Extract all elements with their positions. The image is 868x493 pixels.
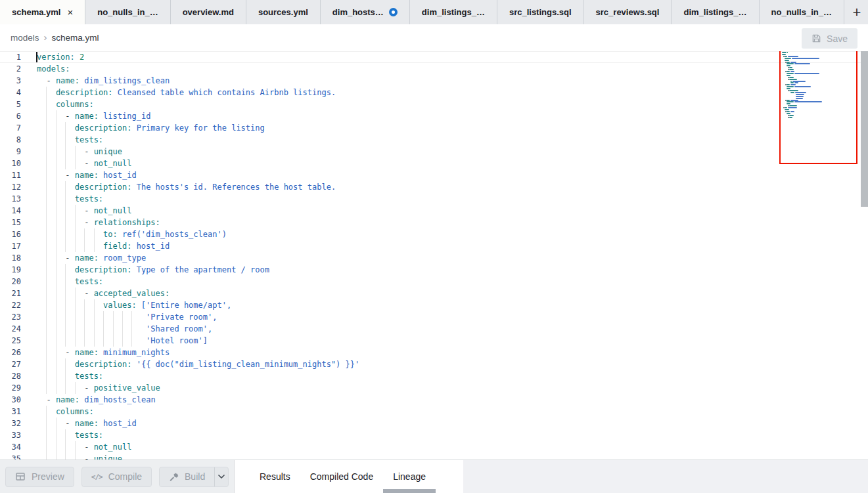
code-line[interactable]: 23'Private room',	[0, 311, 868, 323]
code-line-text: description: Type of the apartment / roo…	[37, 264, 269, 276]
code-line[interactable]: 31columns:	[0, 406, 868, 418]
code-line[interactable]: 35- unique	[0, 453, 868, 460]
code-line-text: - positive_value	[37, 382, 160, 394]
editor-tab[interactable]: schema.yml×	[0, 0, 85, 24]
code-line[interactable]: 7description: Primary key for the listin…	[0, 122, 868, 134]
code-line[interactable]: 21- accepted_values:	[0, 288, 868, 299]
code-line[interactable]: 6- name: listing_id	[0, 110, 868, 122]
code-line[interactable]: 18- name: room_type	[0, 252, 868, 264]
line-number: 7	[0, 122, 21, 134]
editor-scrollbar[interactable]	[861, 51, 868, 207]
line-number: 10	[0, 158, 21, 169]
code-line[interactable]: 5columns:	[0, 98, 868, 110]
editor-tab-label: dim_listings_…	[422, 7, 485, 17]
code-editor[interactable]: 1version: 22models:3- name: dim_listings…	[0, 51, 868, 460]
chevron-down-icon	[217, 472, 226, 481]
compile-button[interactable]: </> Compile	[81, 467, 152, 487]
editor-tab[interactable]: no_nulls_in_…	[85, 0, 170, 24]
build-button[interactable]: Build	[160, 467, 214, 486]
code-line[interactable]: 22values: ['Entire home/apt',	[0, 299, 868, 311]
code-line[interactable]: 1version: 2	[0, 51, 868, 63]
file-header-bar: models › schema.yml Save	[0, 24, 868, 51]
code-line[interactable]: 32- name: host_id	[0, 418, 868, 429]
code-line-text: tests:	[37, 134, 103, 146]
save-button[interactable]: Save	[802, 28, 857, 49]
panel-tab-results[interactable]: Results	[260, 460, 290, 493]
code-line[interactable]: 3- name: dim_listings_clean	[0, 75, 868, 87]
line-number: 16	[0, 228, 21, 240]
code-line[interactable]: 28tests:	[0, 370, 868, 382]
line-number: 15	[0, 217, 21, 228]
code-line[interactable]: 26- name: minimum_nights	[0, 347, 868, 358]
code-line-text: - not_null	[37, 158, 131, 169]
panel-tab-lineage[interactable]: Lineage	[393, 460, 426, 493]
code-line[interactable]: 34- not_null	[0, 441, 868, 453]
breadcrumb-folder[interactable]: models	[11, 33, 39, 43]
code-lines[interactable]: 1version: 22models:3- name: dim_listings…	[0, 51, 868, 460]
line-number: 9	[0, 146, 21, 158]
code-line[interactable]: 16to: ref('dim_hosts_clean')	[0, 228, 868, 240]
code-line[interactable]: 8tests:	[0, 134, 868, 146]
code-line[interactable]: 9- unique	[0, 146, 868, 158]
line-number: 14	[0, 205, 21, 217]
line-number: 24	[0, 323, 21, 335]
editor-tab[interactable]: src_listings.sql	[497, 0, 584, 24]
editor-tab[interactable]: no_nulls_in_…	[760, 0, 844, 24]
line-number: 2	[0, 63, 21, 75]
code-line[interactable]: 14- not_null	[0, 205, 868, 217]
editor-tab-label: no_nulls_in_…	[771, 7, 832, 17]
editor-tab-label: no_nulls_in_…	[97, 7, 158, 17]
code-line[interactable]: 13tests:	[0, 193, 868, 205]
code-line-text: version: 2	[37, 51, 84, 63]
preview-button[interactable]: Preview	[5, 467, 74, 487]
minimap[interactable]	[782, 51, 856, 460]
code-line-text: description: Cleansed table which contai…	[37, 87, 336, 98]
code-line-text: - unique	[37, 146, 122, 158]
line-number: 34	[0, 441, 21, 453]
code-line[interactable]: 11- name: host_id	[0, 169, 868, 181]
minimap-viewport[interactable]	[779, 51, 857, 164]
code-line-text: - name: minimum_nights	[37, 347, 170, 358]
line-number: 17	[0, 240, 21, 252]
editor-tab[interactable]: sources.yml	[246, 0, 321, 24]
editor-tab[interactable]: src_reviews.sql	[584, 0, 672, 24]
close-icon[interactable]: ×	[67, 7, 73, 18]
code-line[interactable]: 20tests:	[0, 276, 868, 288]
new-tab-button[interactable]: +	[846, 1, 868, 24]
editor-tab[interactable]: overview.md	[171, 0, 246, 24]
build-options-button[interactable]	[214, 467, 228, 486]
editor-tab-label: overview.md	[183, 7, 234, 17]
code-line[interactable]: 10- not_null	[0, 158, 868, 169]
code-line[interactable]: 27description: '{{ doc("dim_listing_clea…	[0, 358, 868, 370]
code-line-text: columns:	[37, 98, 94, 110]
line-number: 26	[0, 347, 21, 358]
code-line[interactable]: 29- positive_value	[0, 382, 868, 394]
breadcrumb-file: schema.yml	[52, 33, 99, 43]
line-number: 33	[0, 429, 21, 441]
panel-tab-compiled-code[interactable]: Compiled Code	[310, 460, 374, 493]
code-line[interactable]: 24'Shared room',	[0, 323, 868, 335]
code-line-text: - name: room_type	[37, 252, 146, 264]
code-line[interactable]: 15- relationships:	[0, 217, 868, 228]
unsaved-dot-icon	[389, 8, 398, 16]
code-line-text: values: ['Entire home/apt',	[37, 299, 231, 311]
code-line[interactable]: 12description: The hosts's id. Reference…	[0, 181, 868, 193]
code-line-text: description: The hosts's id. References …	[37, 181, 336, 193]
editor-tab-label: src_reviews.sql	[596, 7, 660, 17]
code-line[interactable]: 30- name: dim_hosts_clean	[0, 394, 868, 406]
code-line[interactable]: 2models:	[0, 63, 868, 75]
build-split-button: Build	[159, 467, 229, 487]
code-line[interactable]: 4description: Cleansed table which conta…	[0, 87, 868, 98]
editor-tab[interactable]: dim_listings_…	[410, 0, 497, 24]
code-line[interactable]: 25'Hotel room']	[0, 335, 868, 347]
code-line[interactable]: 19description: Type of the apartment / r…	[0, 264, 868, 276]
result-panel-tabs: ResultsCompiled CodeLineage	[235, 460, 868, 493]
code-line[interactable]: 17field: host_id	[0, 240, 868, 252]
editor-tab[interactable]: dim_listings_…	[672, 0, 759, 24]
line-number: 25	[0, 335, 21, 347]
code-line-text: description: '{{ doc("dim_listing_clean_…	[37, 358, 359, 370]
line-number: 11	[0, 169, 21, 181]
editor-tab[interactable]: dim_hosts…	[321, 0, 410, 24]
line-number: 31	[0, 406, 21, 418]
code-line[interactable]: 33tests:	[0, 429, 868, 441]
